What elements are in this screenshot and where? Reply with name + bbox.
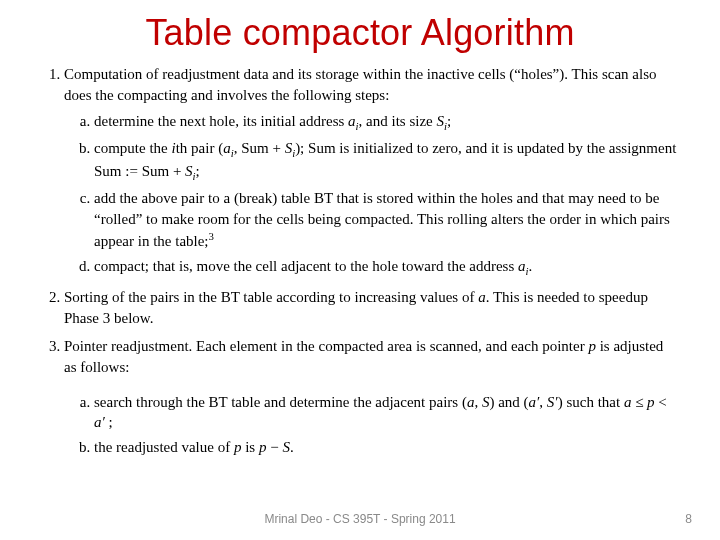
var-S: S [437, 113, 445, 129]
txt: − [266, 439, 282, 455]
item-1d: compact; that is, move the cell adjacent… [94, 256, 678, 279]
txt: ) such that [558, 394, 624, 410]
item-3-sublist: search through the BT table and determin… [64, 392, 678, 458]
item-1-sublist: determine the next hole, its initial add… [64, 111, 678, 279]
item-2: Sorting of the pairs in the BT table acc… [64, 287, 678, 328]
txt: . [290, 439, 294, 455]
footnote-ref: 3 [209, 230, 214, 242]
item-1b: compute the ith pair (ai, Sum + Si); Sum… [94, 138, 678, 184]
txt: the readjusted value of [94, 439, 234, 455]
txt: Sorting of the pairs in the BT table acc… [64, 289, 478, 305]
item-1c: add the above pair to a (break) table BT… [94, 188, 678, 252]
txt: search through the BT table and determin… [94, 394, 467, 410]
slide: Table compactor Algorithm Computation of… [0, 0, 720, 540]
txt: ) and ( [489, 394, 528, 410]
page-title: Table compactor Algorithm [42, 12, 678, 54]
txt: < [655, 394, 667, 410]
var-a: a [223, 140, 231, 156]
var-S: S [185, 163, 193, 179]
item-3a: search through the BT table and determin… [94, 392, 678, 433]
item-3b: the readjusted value of p is p − S. [94, 437, 678, 458]
item-1: Computation of readjustment data and its… [64, 64, 678, 279]
txt: , [539, 394, 547, 410]
var-p: p [647, 394, 655, 410]
var-S: S [285, 140, 293, 156]
txt: compute the [94, 140, 171, 156]
txt: ; [196, 163, 200, 179]
var-a-prime: a′ [529, 394, 540, 410]
var-a: a [478, 289, 486, 305]
txt: determine the next hole, its initial add… [94, 113, 348, 129]
txt: , and its size [359, 113, 437, 129]
var-S: S [282, 439, 290, 455]
txt: . [529, 258, 533, 274]
var-a: a [348, 113, 356, 129]
txt: is [241, 439, 259, 455]
txt: ; [447, 113, 451, 129]
txt: , [474, 394, 482, 410]
item-1a: determine the next hole, its initial add… [94, 111, 678, 134]
item-1-intro: Computation of readjustment data and its… [64, 66, 657, 103]
txt: , Sum + [234, 140, 285, 156]
txt: ; [105, 414, 113, 430]
footer-center: Mrinal Deo - CS 395T - Spring 2011 [264, 512, 455, 526]
var-S-prime: S′ [547, 394, 558, 410]
txt: th pair ( [176, 140, 223, 156]
main-list: Computation of readjustment data and its… [42, 64, 678, 458]
txt: ≤ [631, 394, 647, 410]
body-content: Computation of readjustment data and its… [42, 64, 678, 458]
txt: compact; that is, move the cell adjacent… [94, 258, 518, 274]
item-3: Pointer readjustment. Each element in th… [64, 336, 678, 457]
var-a: a [518, 258, 526, 274]
page-number: 8 [685, 512, 692, 526]
var-a-prime: a′ [94, 414, 105, 430]
txt: Pointer readjustment. Each element in th… [64, 338, 588, 354]
txt: add the above pair to a (break) table BT… [94, 190, 670, 249]
var-p: p [588, 338, 596, 354]
